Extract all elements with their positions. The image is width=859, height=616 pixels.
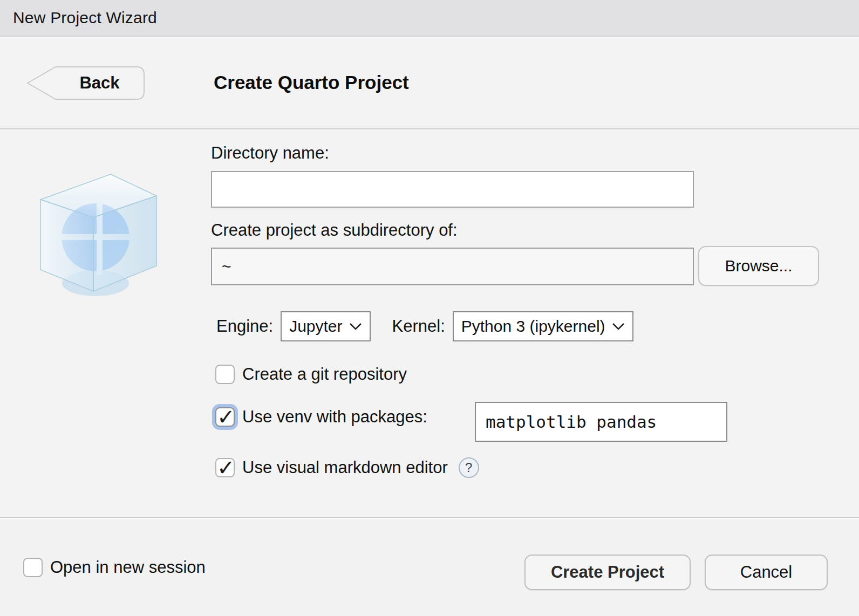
venv-label: Use venv with packages: [242, 407, 427, 427]
venv-row: ✓ Use venv with packages: [215, 405, 427, 429]
window-title: New Project Wizard [0, 9, 157, 27]
directory-name-input[interactable] [211, 171, 694, 208]
quarto-logo-icon [30, 170, 162, 305]
visual-editor-row: ✓ Use visual markdown editor ? [215, 456, 479, 480]
page-title: Create Quarto Project [214, 37, 409, 128]
back-button[interactable]: Back [25, 65, 147, 101]
chevron-down-icon [343, 322, 362, 331]
open-new-session-row: ✓ Open in new session [23, 556, 206, 579]
engine-kernel-row: Engine: Jupyter Kernel: Python 3 (ipyker… [216, 310, 633, 343]
chevron-down-icon [605, 322, 625, 331]
subdirectory-input[interactable] [211, 248, 694, 285]
venv-checkbox[interactable]: ✓ [215, 407, 235, 427]
open-new-session-checkbox[interactable]: ✓ [23, 558, 43, 577]
kernel-label: Kernel: [392, 317, 445, 336]
checkmark-icon: ✓ [217, 405, 235, 429]
browse-button[interactable]: Browse... [698, 246, 819, 286]
visual-editor-label: Use visual markdown editor [242, 458, 448, 477]
git-repository-label: Create a git repository [242, 365, 407, 384]
create-project-button[interactable]: Create Project [524, 555, 691, 590]
git-repository-row: ✓ Create a git repository [215, 362, 407, 386]
kernel-dropdown[interactable]: Python 3 (ipykernel) [453, 311, 633, 341]
engine-label: Engine: [216, 317, 273, 336]
engine-value: Jupyter [289, 317, 342, 336]
back-button-label: Back [56, 65, 144, 101]
window-titlebar: New Project Wizard [0, 0, 859, 37]
subdirectory-label: Create project as subdirectory of: [211, 221, 458, 240]
open-new-session-label: Open in new session [50, 558, 206, 577]
checkmark-icon: ✓ [217, 455, 235, 480]
cancel-button[interactable]: Cancel [705, 555, 828, 590]
directory-name-label: Directory name: [211, 143, 329, 163]
kernel-value: Python 3 (ipykernel) [461, 317, 605, 336]
engine-dropdown[interactable]: Jupyter [281, 311, 370, 341]
new-project-wizard-dialog: New Project Wizard Back Create Quarto Pr… [0, 0, 859, 616]
venv-packages-input[interactable] [475, 402, 727, 442]
visual-editor-checkbox[interactable]: ✓ [215, 458, 235, 477]
wizard-header: Back Create Quarto Project [0, 37, 859, 129]
git-repository-checkbox[interactable]: ✓ [215, 365, 235, 384]
help-icon[interactable]: ? [459, 457, 479, 478]
